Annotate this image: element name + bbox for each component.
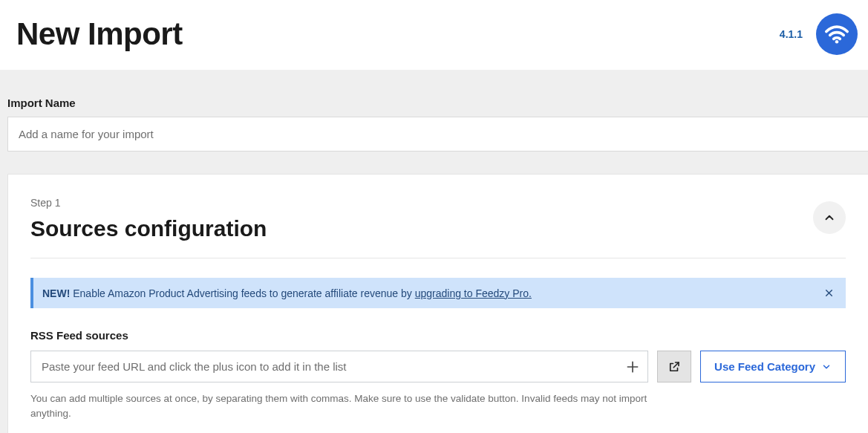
step-label: Step 1 [30,197,267,209]
add-feed-button[interactable] [623,357,642,377]
svg-point-0 [835,40,839,44]
version-label: 4.1.1 [780,28,803,40]
import-name-label: Import Name [0,97,868,109]
divider [30,258,846,258]
body-area: Import Name Step 1 Sources configuration… [0,70,868,433]
page-header: New Import 4.1.1 [0,0,868,70]
import-name-input[interactable] [7,117,868,152]
plus-icon [625,359,640,374]
external-link-icon [668,360,681,374]
collapse-button[interactable] [813,201,846,234]
chevron-down-icon [821,362,832,372]
notice-close-button[interactable] [821,285,837,301]
upgrade-notice: NEW! Enable Amazon Product Advertising f… [30,278,846,308]
validate-button[interactable] [657,351,691,382]
feed-help-text: You can add multiple sources at once, by… [30,391,676,420]
feed-url-input[interactable] [30,351,648,382]
rss-feed-label: RSS Feed sources [30,329,846,342]
use-feed-category-label: Use Feed Category [714,360,815,373]
upgrade-link[interactable]: upgrading to Feedzy Pro. [415,287,532,299]
step-1-panel: Step 1 Sources configuration NEW! Enable… [7,174,868,433]
step-title: Sources configuration [30,216,267,241]
wifi-icon [824,22,849,47]
panel-head-left: Step 1 Sources configuration [30,197,267,241]
use-feed-category-button[interactable]: Use Feed Category [700,351,846,382]
close-icon [824,288,834,298]
notice-new-tag: NEW! [42,287,70,299]
feed-input-wrap [30,351,648,382]
header-right: 4.1.1 [780,13,858,55]
notice-text: NEW! Enable Amazon Product Advertising f… [42,287,532,299]
panel-head: Step 1 Sources configuration [30,197,846,241]
notice-body: Enable Amazon Product Advertising feeds … [70,287,414,299]
rss-wifi-icon[interactable] [816,13,858,55]
chevron-up-icon [823,211,836,224]
feed-row: Use Feed Category [30,351,846,382]
page-title: New Import [16,16,183,52]
